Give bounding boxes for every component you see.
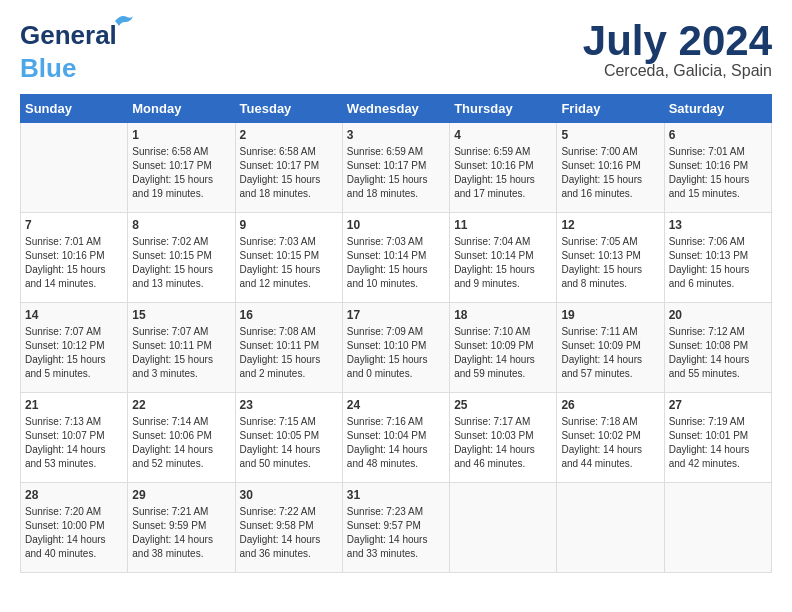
calendar-cell [21,123,128,213]
calendar-cell: 28Sunrise: 7:20 AM Sunset: 10:00 PM Dayl… [21,483,128,573]
day-content: Sunrise: 7:07 AM Sunset: 10:11 PM Daylig… [132,325,230,381]
calendar-cell: 20Sunrise: 7:12 AM Sunset: 10:08 PM Dayl… [664,303,771,393]
page-header: General Blue July 2024 Cerceda, Galicia,… [20,20,772,84]
day-number: 19 [561,308,659,322]
day-content: Sunrise: 7:09 AM Sunset: 10:10 PM Daylig… [347,325,445,381]
day-number: 28 [25,488,123,502]
calendar-cell: 13Sunrise: 7:06 AM Sunset: 10:13 PM Dayl… [664,213,771,303]
day-header-wednesday: Wednesday [342,95,449,123]
day-header-monday: Monday [128,95,235,123]
day-number: 6 [669,128,767,142]
calendar-cell: 25Sunrise: 7:17 AM Sunset: 10:03 PM Dayl… [450,393,557,483]
calendar-cell: 27Sunrise: 7:19 AM Sunset: 10:01 PM Dayl… [664,393,771,483]
day-header-tuesday: Tuesday [235,95,342,123]
day-number: 9 [240,218,338,232]
calendar-cell: 11Sunrise: 7:04 AM Sunset: 10:14 PM Dayl… [450,213,557,303]
month-title: July 2024 [583,20,772,62]
day-content: Sunrise: 7:02 AM Sunset: 10:15 PM Daylig… [132,235,230,291]
calendar-cell: 6Sunrise: 7:01 AM Sunset: 10:16 PM Dayli… [664,123,771,213]
day-content: Sunrise: 7:21 AM Sunset: 9:59 PM Dayligh… [132,505,230,561]
day-number: 17 [347,308,445,322]
day-number: 10 [347,218,445,232]
calendar-cell: 15Sunrise: 7:07 AM Sunset: 10:11 PM Dayl… [128,303,235,393]
calendar-cell: 8Sunrise: 7:02 AM Sunset: 10:15 PM Dayli… [128,213,235,303]
day-content: Sunrise: 6:58 AM Sunset: 10:17 PM Daylig… [132,145,230,201]
week-row-1: 1Sunrise: 6:58 AM Sunset: 10:17 PM Dayli… [21,123,772,213]
day-header-saturday: Saturday [664,95,771,123]
day-number: 30 [240,488,338,502]
day-content: Sunrise: 7:14 AM Sunset: 10:06 PM Daylig… [132,415,230,471]
day-number: 16 [240,308,338,322]
calendar-cell: 1Sunrise: 6:58 AM Sunset: 10:17 PM Dayli… [128,123,235,213]
day-content: Sunrise: 7:08 AM Sunset: 10:11 PM Daylig… [240,325,338,381]
day-number: 26 [561,398,659,412]
day-content: Sunrise: 7:10 AM Sunset: 10:09 PM Daylig… [454,325,552,381]
calendar-cell: 4Sunrise: 6:59 AM Sunset: 10:16 PM Dayli… [450,123,557,213]
day-content: Sunrise: 7:03 AM Sunset: 10:15 PM Daylig… [240,235,338,291]
day-content: Sunrise: 7:19 AM Sunset: 10:01 PM Daylig… [669,415,767,471]
week-row-3: 14Sunrise: 7:07 AM Sunset: 10:12 PM Dayl… [21,303,772,393]
day-header-thursday: Thursday [450,95,557,123]
day-content: Sunrise: 7:05 AM Sunset: 10:13 PM Daylig… [561,235,659,291]
day-content: Sunrise: 7:07 AM Sunset: 10:12 PM Daylig… [25,325,123,381]
day-content: Sunrise: 7:15 AM Sunset: 10:05 PM Daylig… [240,415,338,471]
day-number: 21 [25,398,123,412]
day-number: 13 [669,218,767,232]
title-block: July 2024 Cerceda, Galicia, Spain [583,20,772,80]
day-content: Sunrise: 7:06 AM Sunset: 10:13 PM Daylig… [669,235,767,291]
day-number: 1 [132,128,230,142]
calendar-cell: 10Sunrise: 7:03 AM Sunset: 10:14 PM Dayl… [342,213,449,303]
day-header-sunday: Sunday [21,95,128,123]
logo-bird-icon [113,12,135,30]
calendar-cell: 31Sunrise: 7:23 AM Sunset: 9:57 PM Dayli… [342,483,449,573]
day-number: 25 [454,398,552,412]
week-row-5: 28Sunrise: 7:20 AM Sunset: 10:00 PM Dayl… [21,483,772,573]
week-row-2: 7Sunrise: 7:01 AM Sunset: 10:16 PM Dayli… [21,213,772,303]
day-number: 23 [240,398,338,412]
day-content: Sunrise: 7:23 AM Sunset: 9:57 PM Dayligh… [347,505,445,561]
calendar-cell: 18Sunrise: 7:10 AM Sunset: 10:09 PM Dayl… [450,303,557,393]
day-content: Sunrise: 7:03 AM Sunset: 10:14 PM Daylig… [347,235,445,291]
day-number: 7 [25,218,123,232]
day-number: 14 [25,308,123,322]
logo-blue: Blue [20,53,76,83]
calendar-cell: 5Sunrise: 7:00 AM Sunset: 10:16 PM Dayli… [557,123,664,213]
day-number: 5 [561,128,659,142]
day-number: 29 [132,488,230,502]
logo-general: General [20,20,117,50]
calendar-cell: 29Sunrise: 7:21 AM Sunset: 9:59 PM Dayli… [128,483,235,573]
day-content: Sunrise: 7:18 AM Sunset: 10:02 PM Daylig… [561,415,659,471]
day-number: 8 [132,218,230,232]
day-number: 12 [561,218,659,232]
day-content: Sunrise: 6:59 AM Sunset: 10:17 PM Daylig… [347,145,445,201]
calendar-cell: 17Sunrise: 7:09 AM Sunset: 10:10 PM Dayl… [342,303,449,393]
logo: General Blue [20,20,117,84]
calendar-cell: 16Sunrise: 7:08 AM Sunset: 10:11 PM Dayl… [235,303,342,393]
calendar-cell: 12Sunrise: 7:05 AM Sunset: 10:13 PM Dayl… [557,213,664,303]
day-content: Sunrise: 7:11 AM Sunset: 10:09 PM Daylig… [561,325,659,381]
day-content: Sunrise: 7:12 AM Sunset: 10:08 PM Daylig… [669,325,767,381]
calendar-cell: 22Sunrise: 7:14 AM Sunset: 10:06 PM Dayl… [128,393,235,483]
calendar-cell: 23Sunrise: 7:15 AM Sunset: 10:05 PM Dayl… [235,393,342,483]
calendar-cell [557,483,664,573]
day-content: Sunrise: 7:01 AM Sunset: 10:16 PM Daylig… [669,145,767,201]
calendar-cell: 19Sunrise: 7:11 AM Sunset: 10:09 PM Dayl… [557,303,664,393]
day-content: Sunrise: 7:20 AM Sunset: 10:00 PM Daylig… [25,505,123,561]
day-content: Sunrise: 6:59 AM Sunset: 10:16 PM Daylig… [454,145,552,201]
day-number: 20 [669,308,767,322]
day-number: 22 [132,398,230,412]
calendar-cell: 2Sunrise: 6:58 AM Sunset: 10:17 PM Dayli… [235,123,342,213]
location: Cerceda, Galicia, Spain [583,62,772,80]
day-number: 15 [132,308,230,322]
day-content: Sunrise: 7:16 AM Sunset: 10:04 PM Daylig… [347,415,445,471]
day-number: 11 [454,218,552,232]
calendar-cell: 24Sunrise: 7:16 AM Sunset: 10:04 PM Dayl… [342,393,449,483]
day-header-friday: Friday [557,95,664,123]
day-number: 2 [240,128,338,142]
day-content: Sunrise: 7:01 AM Sunset: 10:16 PM Daylig… [25,235,123,291]
day-content: Sunrise: 7:00 AM Sunset: 10:16 PM Daylig… [561,145,659,201]
calendar-cell: 30Sunrise: 7:22 AM Sunset: 9:58 PM Dayli… [235,483,342,573]
day-content: Sunrise: 6:58 AM Sunset: 10:17 PM Daylig… [240,145,338,201]
calendar-cell: 3Sunrise: 6:59 AM Sunset: 10:17 PM Dayli… [342,123,449,213]
calendar-cell: 21Sunrise: 7:13 AM Sunset: 10:07 PM Dayl… [21,393,128,483]
